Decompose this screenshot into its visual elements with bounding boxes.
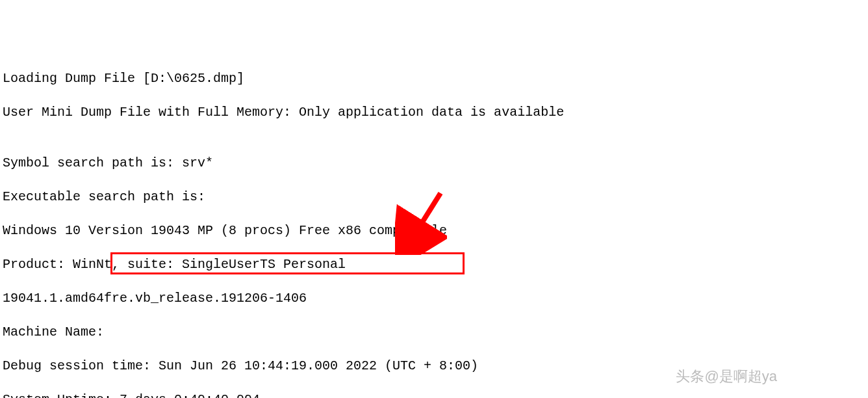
dump-type-line: User Mini Dump File with Full Memory: On…: [3, 104, 865, 121]
system-uptime-line: System Uptime: 7 days 0:49:40.994: [3, 391, 865, 398]
build-line: 19041.1.amd64fre.vb_release.191206-1406: [3, 290, 865, 307]
debug-time-line: Debug session time: Sun Jun 26 10:44:19.…: [3, 358, 865, 375]
product-line: Product: WinNt, suite: SingleUserTS Pers…: [3, 256, 865, 273]
windows-version-line: Windows 10 Version 19043 MP (8 procs) Fr…: [3, 222, 865, 239]
machine-name-line: Machine Name:: [3, 324, 865, 341]
symbol-path-line: Symbol search path is: srv*: [3, 155, 865, 172]
dump-file-line: Loading Dump File [D:\0625.dmp]: [3, 70, 865, 87]
exec-path-line: Executable search path is:: [3, 189, 865, 206]
